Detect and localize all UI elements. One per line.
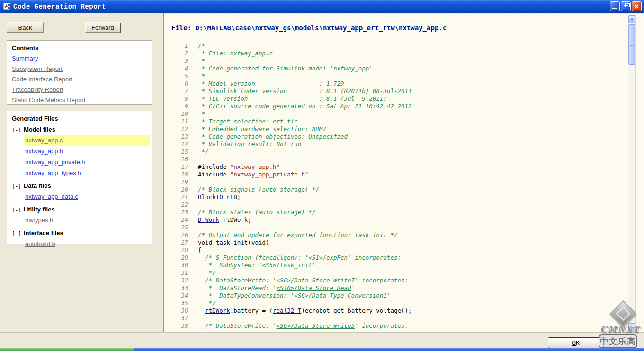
vertical-scrollbar[interactable]: ▲ ▼	[628, 15, 636, 332]
restore-button[interactable]	[621, 1, 631, 11]
close-button[interactable]: ✕	[632, 1, 642, 11]
line-content: * SubSystem: '<S5>/task_init'	[198, 262, 315, 269]
code-line: 35 */	[164, 299, 630, 307]
tree-collapse-toggle[interactable]: [-]	[12, 207, 21, 213]
code-line: 26/* Output and update for exported func…	[164, 231, 630, 239]
tree-section-label: Utility files	[24, 206, 55, 213]
source-code-view: 1/*2 * File: nxtway_app.c3 *4 * Code gen…	[164, 42, 630, 330]
line-number: 6	[164, 80, 188, 88]
app-icon	[3, 3, 11, 10]
code-link[interactable]: <S10>/Data Store Read	[277, 284, 351, 291]
code-line: 7 * Simulink Coder version : 8.1 (R2011b…	[164, 88, 630, 95]
tree-section-label: Data files	[24, 182, 51, 189]
code-text: '	[312, 262, 316, 269]
line-number: 27	[164, 239, 188, 246]
line-content: * Embedded hardware selection: ARM7	[198, 125, 326, 133]
code-text: * Validation result: Not run	[198, 140, 301, 148]
line-content: */	[198, 299, 216, 307]
code-link[interactable]: <S6>/Data Type Conversion1	[294, 292, 387, 299]
forward-button[interactable]: Forward	[85, 22, 120, 33]
tree-section-label: Interface files	[24, 229, 63, 237]
code-text: *	[198, 110, 205, 117]
code-line: 31 */	[164, 269, 630, 277]
code-line: 8 * TLC version : 8.1 (Jul 9 2011)	[164, 95, 630, 103]
line-content: /* S-Function (fcncallgen): '<S1>/expFcn…	[198, 254, 401, 262]
line-number: 18	[164, 171, 188, 178]
code-line: 25	[164, 224, 630, 231]
file-path-link[interactable]: D:\MATLAB\case\nxtway_gs\models\nxtway_a…	[195, 24, 447, 32]
tree-collapse-toggle[interactable]: [-]	[12, 230, 21, 237]
line-number: 35	[164, 299, 188, 307]
code-text: /* DataStoreWrite: '	[198, 277, 277, 284]
scroll-up-button[interactable]: ▲	[628, 15, 635, 23]
line-number: 5	[164, 72, 188, 80]
tree-collapse-toggle[interactable]: [-]	[12, 127, 21, 133]
line-content: * Target selection: ert.tlc	[198, 118, 298, 125]
generated-file-link[interactable]: nxtway_app.h	[25, 146, 63, 157]
code-line: 13 * Code generation objectives: Unspeci…	[164, 133, 630, 140]
code-text: * Simulink Coder version : 8.1 (R2011b) …	[198, 88, 412, 95]
code-link[interactable]: D_Work	[198, 216, 219, 223]
minimize-button[interactable]	[610, 1, 620, 11]
line-content: BlockIO rtB;	[198, 193, 241, 201]
generated-file-link[interactable]: nxtway_app_data.c	[25, 192, 78, 202]
generated-file-link[interactable]: nxtway_app_types.h	[25, 168, 81, 178]
code-text: {	[198, 246, 202, 254]
line-number: 19	[164, 178, 188, 186]
code-line: 36 rtDWork.battery = (real32_T)ecrobot_g…	[164, 307, 630, 315]
generated-file-link[interactable]: rtwtypes.h	[25, 215, 53, 226]
line-number: 21	[164, 193, 188, 201]
line-content: *	[198, 110, 205, 118]
code-link[interactable]: <S5>/task_init	[262, 262, 312, 269]
line-content: * Code generated for Simulink model 'nxt…	[198, 65, 376, 72]
code-text: * Target selection: ert.tlc	[198, 118, 298, 125]
line-number: 3	[164, 57, 188, 65]
code-line: 24D_Work rtDWork;	[164, 216, 630, 224]
line-number: 25	[164, 224, 188, 231]
line-content: #include "nxtway_app.h"	[198, 163, 280, 171]
generated-file-link[interactable]: autobuild.h	[25, 239, 55, 249]
code-link[interactable]: rtDWork	[205, 307, 230, 314]
code-line: 33 * DataStoreRead: '<S10>/Data Store Re…	[164, 284, 630, 292]
contents-link[interactable]: Subsystem Report	[12, 64, 147, 74]
line-number: 22	[164, 201, 188, 209]
line-content: * C/C++ source code generated on : Sat A…	[198, 103, 412, 110]
tree-section: [-]Model filesnxtway_app.cnxtway_app.hnx…	[12, 124, 147, 178]
code-line: 17#include "nxtway_app.h"	[164, 163, 630, 171]
scroll-thumb[interactable]	[628, 24, 635, 65]
code-link[interactable]: real32_T	[273, 307, 301, 314]
line-number: 36	[164, 307, 188, 315]
contents-link[interactable]: Code Interface Report	[12, 74, 147, 85]
contents-link[interactable]: Static Code Metrics Report	[12, 95, 147, 105]
generated-file-link[interactable]: nxtway_app_private.h	[25, 157, 85, 167]
code-line: 9 * C/C++ source code generated on : Sat…	[164, 103, 630, 110]
ok-button[interactable]: OK	[548, 337, 604, 348]
scroll-down-button[interactable]: ▼	[628, 323, 635, 331]
line-number: 11	[164, 118, 188, 125]
line-number: 14	[164, 140, 188, 148]
code-link[interactable]: BlockIO	[198, 193, 223, 201]
code-line: 28{	[164, 246, 630, 254]
tree-section-heading: [-]Utility files	[12, 204, 147, 215]
code-text: *	[198, 72, 205, 79]
code-line: 2 * File: nxtway_app.c	[164, 50, 630, 57]
line-content: * Code generation objectives: Unspecifie…	[198, 133, 348, 140]
line-number: 9	[164, 103, 188, 110]
code-text: * SubSystem: '	[198, 262, 262, 269]
line-number: 13	[164, 133, 188, 140]
generated-file-link[interactable]: nxtway_app.c	[25, 135, 63, 146]
code-link[interactable]: <S6>/Data Store Write7	[277, 277, 355, 284]
code-text: * Embedded hardware selection: ARM7	[198, 125, 326, 132]
line-number: 2	[164, 50, 188, 57]
back-button[interactable]: Back	[7, 22, 44, 33]
line-content: * DataStoreRead: '<S10>/Data Store Read'	[198, 284, 355, 292]
minimize-icon	[612, 8, 617, 9]
contents-link[interactable]: Traceability Report	[12, 85, 147, 95]
line-content: /* Block signals (auto storage) */	[198, 186, 319, 193]
line-number: 33	[164, 284, 188, 292]
line-content: D_Work rtDWork;	[198, 216, 251, 224]
code-link[interactable]: <S6>/Data Store Write5	[277, 322, 355, 329]
contents-link[interactable]: Summary	[12, 53, 147, 64]
code-line: 29 /* S-Function (fcncallgen): '<S1>/exp…	[164, 254, 630, 262]
tree-collapse-toggle[interactable]: [-]	[12, 183, 21, 189]
